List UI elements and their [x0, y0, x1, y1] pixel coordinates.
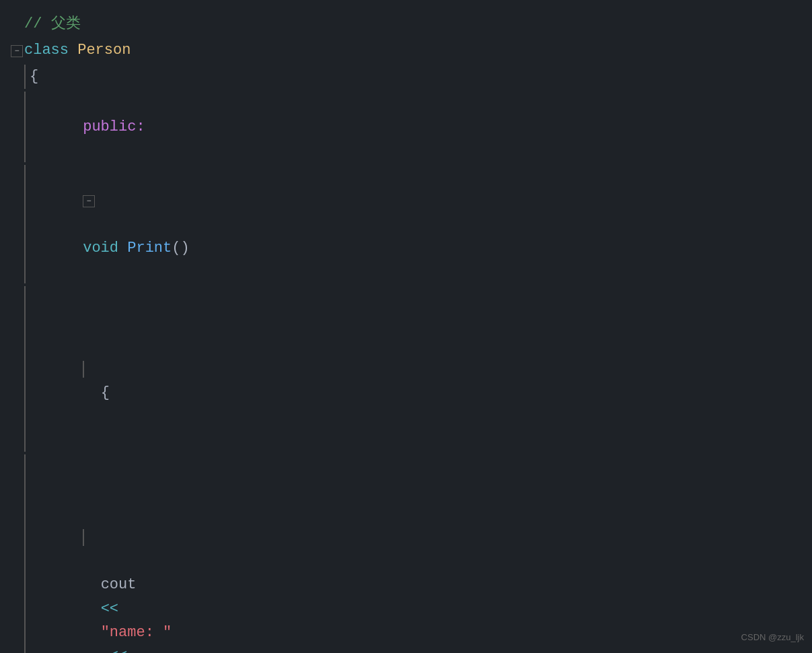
line-public: public:	[11, 90, 812, 164]
keyword-class: class	[24, 38, 77, 62]
line-open-brace2: {	[11, 285, 812, 453]
class-name-person: Person	[77, 38, 131, 62]
line-comment-parent: // 父类	[11, 11, 812, 37]
keyword-void: void	[83, 240, 127, 256]
comment-parent: // 父类	[24, 12, 81, 36]
line-class-person: − class Person	[11, 37, 812, 63]
fold-icon-print[interactable]: −	[83, 195, 95, 207]
watermark: CSDN @zzu_ljk	[741, 631, 804, 645]
func-name-print: Print	[127, 240, 172, 256]
line-void-print: − void Print()	[11, 164, 812, 285]
fold-icon-person[interactable]: −	[11, 45, 23, 57]
access-public: public:	[83, 118, 145, 135]
line-cout-name: cout << "name: " << endl ;	[11, 453, 812, 653]
code-editor: // 父类 − class Person { public: − void Pr…	[11, 11, 812, 653]
brace-open1: {	[24, 65, 38, 88]
line-open-brace1: {	[11, 63, 812, 90]
